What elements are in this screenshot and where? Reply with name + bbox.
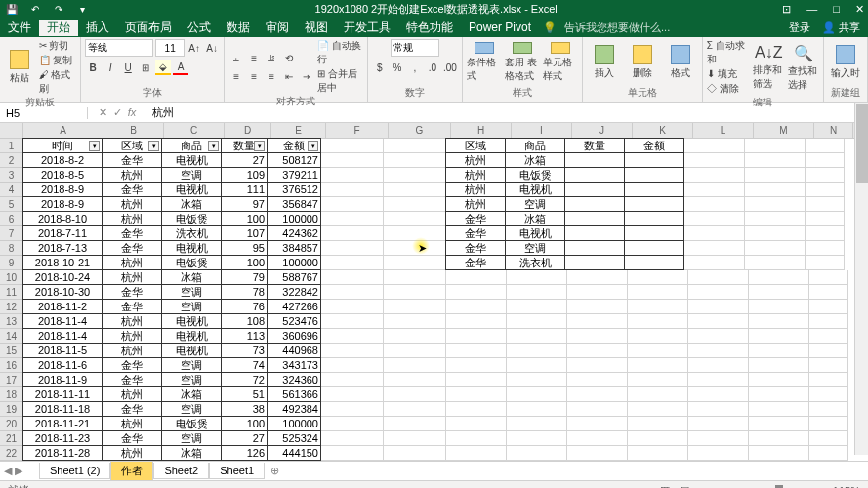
cell[interactable]: 343173	[267, 357, 321, 373]
cell[interactable]	[809, 300, 848, 314]
cell[interactable]	[624, 211, 684, 226]
redo-icon[interactable]: ↷	[51, 1, 66, 17]
cell[interactable]	[507, 387, 567, 402]
cell[interactable]: 2018-11-4	[22, 328, 103, 344]
name-box[interactable]: H5	[0, 107, 88, 119]
cell[interactable]	[745, 139, 806, 153]
cell[interactable]	[321, 344, 384, 358]
save-icon[interactable]: 💾	[4, 1, 20, 17]
comma-icon[interactable]: ,	[407, 60, 423, 75]
cell[interactable]	[567, 417, 628, 431]
cell[interactable]	[684, 153, 745, 168]
cell[interactable]	[684, 197, 745, 212]
menu-view[interactable]: 视图	[297, 20, 336, 36]
cell[interactable]: 2018-11-11	[22, 386, 103, 402]
cell[interactable]	[624, 240, 684, 256]
cell[interactable]	[567, 300, 628, 314]
col-header-A[interactable]: A	[23, 123, 103, 138]
cell[interactable]	[809, 446, 848, 461]
cell[interactable]: 杭州	[102, 269, 162, 285]
cell[interactable]: 电饭煲	[161, 211, 222, 226]
cell[interactable]: 440968	[267, 343, 321, 358]
row-header-19[interactable]: 19	[0, 402, 23, 417]
cell[interactable]: 2018-8-5	[22, 167, 103, 183]
cell[interactable]	[628, 344, 688, 358]
fill-color-button[interactable]: ⬙	[155, 60, 171, 75]
fx-icon[interactable]: fx	[128, 106, 137, 119]
zoom-in-icon[interactable]: +	[816, 485, 822, 489]
cell[interactable]	[384, 256, 446, 270]
cell[interactable]	[809, 329, 848, 344]
cell[interactable]: 2018-11-18	[22, 401, 103, 417]
cell[interactable]: 2018-10-24	[22, 269, 103, 285]
cell[interactable]	[688, 314, 749, 329]
cell[interactable]	[446, 285, 507, 300]
cell[interactable]	[745, 226, 806, 241]
cell[interactable]: 金华	[102, 182, 162, 197]
font-name-select[interactable]	[85, 39, 153, 57]
cell[interactable]: 427266	[267, 299, 321, 314]
menu-formulas[interactable]: 公式	[180, 20, 219, 36]
cell[interactable]: 100000	[267, 255, 321, 270]
cell[interactable]	[321, 373, 384, 387]
cell[interactable]: 空调	[161, 284, 222, 300]
cell[interactable]	[688, 300, 749, 314]
cell[interactable]	[446, 329, 507, 344]
cell[interactable]	[564, 152, 625, 168]
cell[interactable]: 空调	[505, 240, 565, 256]
cell[interactable]: 杭州	[445, 152, 506, 168]
cell[interactable]	[688, 431, 749, 446]
cell[interactable]: 76	[221, 299, 268, 314]
filter-dropdown-icon[interactable]: ▾	[208, 141, 219, 151]
cell[interactable]: 电视机	[161, 328, 222, 344]
paste-button[interactable]: 粘贴	[4, 47, 36, 88]
cell[interactable]	[567, 358, 628, 373]
row-header-12[interactable]: 12	[0, 300, 23, 314]
cell[interactable]: 2018-8-9	[22, 196, 103, 212]
cell[interactable]	[749, 300, 809, 314]
cell[interactable]: 金华	[445, 240, 506, 256]
cell[interactable]	[806, 226, 845, 241]
cell[interactable]: 2018-11-4	[22, 313, 103, 329]
cell[interactable]: 2018-11-5	[22, 343, 103, 358]
col-header-C[interactable]: C	[164, 123, 225, 138]
delete-cells-button[interactable]: 删除	[625, 42, 660, 83]
cell[interactable]	[321, 183, 384, 197]
cell[interactable]: 杭州	[102, 211, 162, 226]
cell[interactable]	[321, 417, 384, 431]
cell[interactable]	[321, 300, 384, 314]
conditional-format-button[interactable]: 条件格式	[467, 42, 502, 83]
row-header-14[interactable]: 14	[0, 329, 23, 344]
cell[interactable]: 数量	[564, 138, 625, 153]
cell[interactable]: 数量▾	[221, 138, 268, 153]
cell[interactable]: 27	[221, 152, 268, 168]
cell[interactable]	[749, 270, 809, 285]
cell[interactable]	[564, 255, 625, 270]
cell[interactable]	[384, 417, 446, 431]
cell[interactable]	[446, 270, 507, 285]
cell[interactable]: 2018-11-6	[22, 357, 103, 373]
cell[interactable]	[688, 344, 749, 358]
cell[interactable]	[321, 139, 384, 153]
cell[interactable]	[624, 182, 684, 197]
cell[interactable]	[564, 167, 625, 183]
cell[interactable]	[446, 373, 507, 387]
cell[interactable]: 空调	[161, 372, 222, 387]
align-center-icon[interactable]: ≡	[246, 68, 262, 84]
cell[interactable]: 电视机	[161, 343, 222, 358]
row-header-8[interactable]: 8	[0, 241, 23, 256]
clear-button[interactable]: ◇ 清除	[707, 82, 750, 96]
cell[interactable]	[321, 402, 384, 417]
cell[interactable]	[384, 241, 446, 256]
cell[interactable]: 492384	[267, 401, 321, 417]
find-select-button[interactable]: 🔍查找和选择	[788, 47, 819, 88]
cell[interactable]	[446, 446, 507, 461]
cell[interactable]	[745, 197, 806, 212]
cell[interactable]	[688, 446, 749, 461]
cell[interactable]	[688, 417, 749, 431]
cell[interactable]: 商品▾	[161, 138, 222, 153]
cell[interactable]	[384, 212, 446, 226]
cell[interactable]	[384, 387, 446, 402]
cell[interactable]	[567, 285, 628, 300]
row-header-2[interactable]: 2	[0, 153, 23, 168]
